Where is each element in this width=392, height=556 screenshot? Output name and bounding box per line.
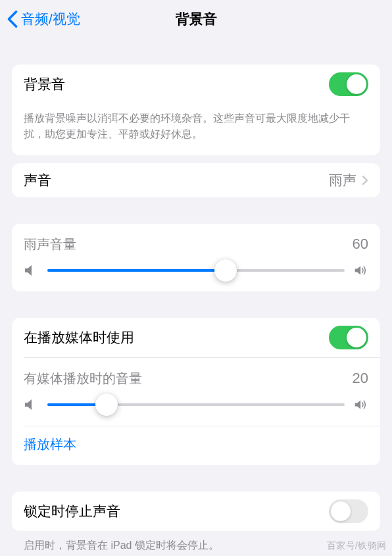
back-label: 音频/视觉 — [21, 10, 80, 28]
chevron-left-icon — [7, 10, 18, 28]
media-volume-value: 20 — [353, 370, 368, 387]
rain-volume-slider[interactable] — [47, 269, 345, 272]
row-sound-select[interactable]: 声音 雨声 — [12, 163, 380, 197]
use-with-media-label: 在播放媒体时使用 — [24, 328, 329, 347]
volume-low-icon — [24, 398, 38, 411]
volume-high-icon — [354, 398, 368, 411]
group-background-sound: 背景音 播放背景噪声以消弭不必要的环境杂音。这些声音可最大限度地减少干扰，助您更… — [12, 64, 380, 155]
rain-volume-row: 雨声音量 60 — [12, 224, 380, 291]
watermark: 百家号/铁骑网 — [327, 540, 387, 552]
group-media: 在播放媒体时使用 有媒体播放时的音量 20 — [12, 318, 380, 465]
slider-fill — [47, 269, 226, 272]
toggle-knob — [331, 501, 351, 521]
stop-on-lock-description: 启用时，背景音在 iPad 锁定时将会停止。 — [12, 531, 380, 553]
group-lock: 锁定时停止声音 — [12, 492, 380, 531]
rain-volume-value: 60 — [353, 236, 368, 253]
volume-high-icon — [354, 264, 368, 277]
use-with-media-toggle[interactable] — [329, 326, 368, 349]
row-background-sound-toggle: 背景音 — [12, 64, 380, 104]
slider-thumb — [214, 259, 237, 282]
slider-thumb — [95, 393, 118, 416]
stop-on-lock-label: 锁定时停止声音 — [24, 502, 329, 520]
group-rain-volume: 雨声音量 60 — [12, 224, 380, 291]
media-volume-slider[interactable] — [47, 403, 345, 406]
background-sound-label: 背景音 — [24, 75, 329, 93]
back-button[interactable]: 音频/视觉 — [7, 10, 80, 28]
volume-low-icon — [24, 264, 38, 277]
media-volume-label: 有媒体播放时的音量 — [24, 370, 142, 388]
sound-label: 声音 — [24, 171, 329, 190]
chevron-right-icon — [362, 175, 368, 186]
nav-bar: 音频/视觉 背景音 — [0, 0, 392, 38]
row-stop-on-lock-toggle: 锁定时停止声音 — [12, 492, 380, 531]
rain-volume-label: 雨声音量 — [24, 236, 76, 253]
toggle-knob — [347, 328, 366, 347]
stop-on-lock-toggle[interactable] — [329, 499, 368, 523]
media-volume-row: 有媒体播放时的音量 20 — [12, 358, 380, 426]
group-sound-select: 声音 雨声 — [12, 163, 380, 197]
toggle-knob — [347, 74, 366, 94]
row-use-with-media-toggle: 在播放媒体时使用 — [12, 318, 380, 357]
background-sound-toggle[interactable] — [329, 72, 368, 96]
sound-value: 雨声 — [329, 171, 356, 190]
play-sample-link[interactable]: 播放样本 — [12, 426, 380, 465]
background-sound-description: 播放背景噪声以消弭不必要的环境杂音。这些声音可最大限度地减少干扰，助您更加专注、… — [12, 104, 380, 155]
